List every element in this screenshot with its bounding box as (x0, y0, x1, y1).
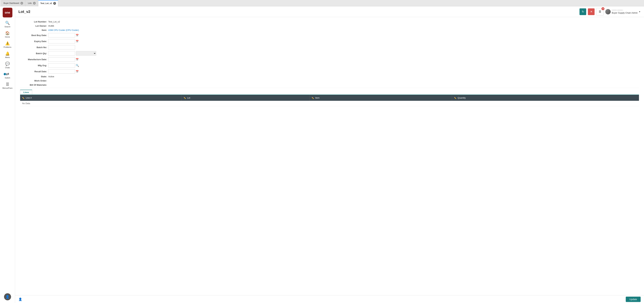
tab-test-lot-v2[interactable]: Test_Lot_v2 ✕ (38, 0, 58, 6)
mfg-org-row: Mfg Org: 🔍 (20, 63, 639, 68)
recall-date-input[interactable] (48, 69, 75, 74)
batch-qty-field (48, 51, 96, 56)
sidebar-item-problems[interactable]: ⚠️ Problems (0, 40, 15, 50)
col-line-num-icon: ✏️ (22, 97, 24, 99)
manufacture-date-field: 📅 (48, 57, 78, 62)
col-lot-icon: ✏️ (184, 97, 186, 99)
tab-close-buyer-dashboard[interactable]: ✕ (20, 2, 23, 5)
lines-table: ✏️ Line # ✏️ Lot ✏️ Item (20, 95, 639, 106)
expiry-date-field: 📅 (48, 39, 78, 44)
state-row: State: Active (20, 75, 639, 78)
item-link[interactable]: ASM CPU Cooler (CPU Cooler) (48, 29, 79, 31)
work-order-label: Work Order: (20, 80, 47, 82)
chevron-down-icon[interactable]: ▼ (639, 11, 641, 13)
home-icon: 🏠 (5, 31, 10, 35)
refresh-button[interactable]: ↻ (580, 9, 586, 15)
sidebar-label-chats: Chats (5, 67, 10, 69)
chats-icon: 💬 (5, 62, 10, 66)
mfg-org-search-icon[interactable]: 🔍 (76, 64, 79, 67)
menu-button[interactable]: ☰ ★ (596, 8, 604, 16)
batch-qty-input[interactable] (48, 51, 75, 56)
close-button[interactable]: ✕ (588, 9, 594, 15)
sidebar-item-chats[interactable]: 💬 Chats (0, 60, 15, 70)
switch-badge (4, 73, 6, 75)
lot-number-row: Lot Number: Test_Lot_v2 (20, 21, 639, 23)
batch-no-label: Batch No: (20, 46, 47, 49)
sidebar-label-menus-favs: Menus/Favs (2, 87, 12, 89)
tabs-section: Lines ✏️ Line # ✏️ Lot (20, 90, 639, 106)
expiry-date-calendar-icon[interactable]: 📅 (76, 40, 78, 43)
batch-qty-select[interactable] (76, 51, 96, 56)
no-data-cell: No Data (20, 101, 639, 106)
tab-bar: Buyer Dashboard ✕ Lots ✕ Test_Lot_v2 ✕ (0, 0, 644, 6)
sidebar-label-alerts: Alerts (5, 56, 10, 58)
state-label: State: (20, 75, 47, 78)
item-row: Item: ASM CPU Cooler (CPU Cooler) (20, 29, 639, 31)
col-quantity-label: Quantity (458, 97, 466, 99)
switch-icon: ⇄ (6, 72, 9, 76)
item-label: Item: (20, 29, 47, 31)
sidebar-item-menus-favs[interactable]: ☰ Menus/Favs (0, 81, 15, 90)
tab-label: Lots (28, 2, 32, 4)
sidebar-item-home[interactable]: 🏠 Home (0, 30, 15, 39)
best-buy-date-field: 📅 (48, 33, 78, 37)
lot-owner-value: HUB6 (48, 25, 54, 27)
svg-rect-0 (4, 73, 6, 75)
mfg-org-input[interactable] (48, 63, 75, 68)
page-footer: 👤 Update (15, 295, 644, 303)
search-icon: 🔍 (5, 21, 10, 25)
update-button[interactable]: Update (626, 297, 641, 302)
footer-person-icon[interactable]: 👤 (18, 297, 22, 301)
user-role: Buyer Supply Chain Admin (612, 12, 638, 14)
sidebar-label-switch: Switch (5, 77, 10, 79)
col-quantity-icon: ✏️ (454, 97, 456, 99)
recall-date-field: 📅 (48, 69, 78, 74)
batch-no-input[interactable] (48, 45, 75, 50)
expiry-date-input[interactable] (48, 39, 75, 44)
tab-lots[interactable]: Lots ✕ (26, 0, 38, 6)
manufacture-date-calendar-icon[interactable]: 📅 (76, 58, 78, 61)
lot-number-value: Test_Lot_v2 (48, 21, 60, 23)
table-header-row: ✏️ Line # ✏️ Lot ✏️ Item (20, 95, 639, 101)
problems-icon: ⚠️ (5, 41, 10, 46)
avatar: 👤 (4, 293, 11, 300)
bill-of-materials-label: Bill Of Materials: (20, 84, 47, 86)
best-buy-date-row: Best Buy Date: 📅 (20, 33, 639, 37)
close-icon: ✕ (590, 10, 592, 13)
batch-qty-label: Batch Qty: (20, 52, 47, 55)
tabs-nav: Lines (20, 90, 639, 95)
tab-label: Buyer Dashboard (4, 2, 19, 4)
main-layout: one 🔍 Search 🏠 Home ⚠️ Problems 🔔 Alerts… (0, 6, 644, 303)
sidebar-item-switch[interactable]: ⇄ Switch (0, 71, 15, 80)
tab-close-lots[interactable]: ✕ (33, 2, 36, 5)
app-logo[interactable]: one (3, 8, 12, 18)
manufacture-date-input[interactable] (48, 57, 75, 62)
menus-icon: ☰ (6, 82, 9, 87)
recall-date-label: Recall Date: (20, 70, 47, 73)
sidebar-item-search[interactable]: 🔍 Search (0, 20, 15, 29)
col-quantity: ✏️ Quantity (452, 95, 639, 101)
col-item-icon: ✏️ (312, 97, 314, 99)
col-line-num: ✏️ Line # (20, 95, 182, 101)
tab-close-test-lot-v2[interactable]: ✕ (53, 2, 56, 5)
header-actions: ↻ ✕ ☰ ★ ••••••• •••••••• Buyer Supply Ch… (580, 8, 641, 16)
user-avatar (605, 9, 611, 15)
section-divider (20, 88, 639, 88)
sidebar-label-home: Home (5, 36, 10, 38)
recall-date-calendar-icon[interactable]: 📅 (76, 70, 78, 73)
best-buy-date-input[interactable] (48, 33, 75, 37)
tab-buyer-dashboard[interactable]: Buyer Dashboard ✕ (1, 0, 25, 6)
col-line-num-label: Line # (26, 97, 32, 99)
batch-qty-row: Batch Qty: (20, 51, 639, 56)
mfg-org-field: 🔍 (48, 63, 79, 68)
sidebar-label-problems: Problems (4, 46, 11, 48)
tab-label: Test_Lot_v2 (40, 2, 52, 5)
batch-no-row: Batch No: (20, 45, 639, 50)
best-buy-date-calendar-icon[interactable]: 📅 (76, 34, 78, 37)
state-value: Active (48, 75, 54, 78)
sidebar-item-avatar[interactable]: 👤 (0, 292, 15, 302)
tab-lines[interactable]: Lines (20, 90, 32, 95)
alerts-icon: 🔔 (5, 52, 10, 56)
page-header: Lot_v2 ↻ ✕ ☰ ★ ••••••• •••••••• B (15, 6, 644, 17)
sidebar-item-alerts[interactable]: 🔔 Alerts (0, 50, 15, 60)
